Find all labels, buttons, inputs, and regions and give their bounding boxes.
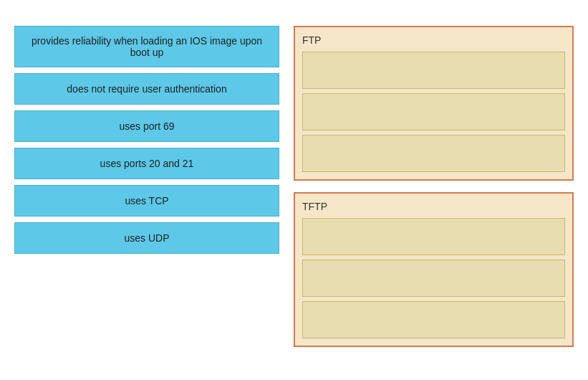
left-column: provides reliability when loading an IOS… [14, 26, 279, 254]
drop-slot-ftp-zone-3[interactable] [302, 135, 565, 172]
drop-slot-tftp-zone-3[interactable] [302, 301, 565, 338]
drop-slot-ftp-zone-2[interactable] [302, 93, 565, 130]
drag-item-2[interactable]: does not require user authentication [14, 73, 279, 105]
drag-item-4[interactable]: uses ports 20 and 21 [14, 148, 279, 179]
drop-slots-tftp-zone [302, 218, 565, 338]
drag-item-6[interactable]: uses UDP [14, 222, 279, 254]
drop-zone-title-tftp-zone: TFTP [302, 201, 565, 212]
drop-zone-tftp-zone: TFTP [294, 192, 574, 347]
drag-item-1[interactable]: provides reliability when loading an IOS… [14, 26, 279, 67]
answer-area: provides reliability when loading an IOS… [14, 26, 574, 347]
drop-slots-ftp-zone [302, 52, 565, 172]
drag-item-5[interactable]: uses TCP [14, 185, 279, 217]
drop-slot-ftp-zone-1[interactable] [302, 52, 565, 89]
drop-zone-title-ftp-zone: FTP [302, 34, 565, 46]
page-container: provides reliability when loading an IOS… [14, 26, 574, 347]
drop-zone-ftp-zone: FTP [294, 26, 574, 181]
drop-slot-tftp-zone-2[interactable] [302, 260, 565, 297]
drop-slot-tftp-zone-1[interactable] [302, 218, 565, 255]
right-column: FTPTFTP [294, 26, 574, 347]
drag-item-3[interactable]: uses port 69 [14, 110, 279, 142]
